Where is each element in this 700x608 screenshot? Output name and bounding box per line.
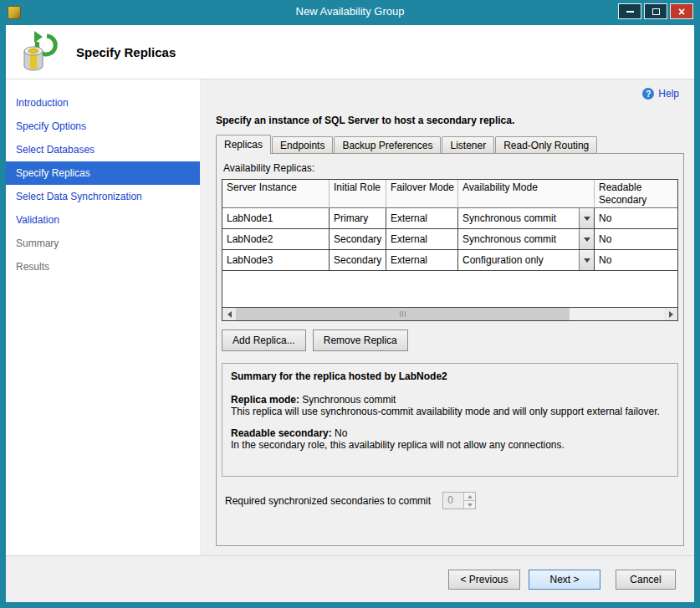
col-readable-secondary: Readable Secondary bbox=[595, 180, 678, 208]
table-row: LabNode2 Secondary External Synchronous … bbox=[222, 229, 678, 250]
instruction-text: Specify an instance of SQL Server to hos… bbox=[216, 115, 684, 126]
next-button[interactable]: Next > bbox=[529, 570, 600, 590]
help-link[interactable]: ? Help bbox=[642, 88, 679, 100]
scroll-track[interactable] bbox=[236, 308, 664, 320]
cell-readable-secondary: No bbox=[595, 208, 678, 229]
tab-replicas[interactable]: Replicas bbox=[216, 135, 271, 154]
sidebar-item-validation[interactable]: Validation bbox=[6, 208, 200, 232]
cell-initial-role: Secondary bbox=[330, 250, 386, 271]
minimize-icon bbox=[626, 11, 634, 13]
page-title: Specify Replicas bbox=[76, 45, 176, 59]
scroll-left-icon bbox=[227, 311, 232, 318]
sidebar-item-select-data-synchronization[interactable]: Select Data Synchronization bbox=[6, 185, 200, 208]
scroll-right-icon bbox=[669, 311, 673, 318]
col-initial-role: Initial Role bbox=[330, 180, 386, 208]
sidebar-item-summary: Summary bbox=[6, 232, 200, 255]
tab-backup-preferences[interactable]: Backup Preferences bbox=[334, 136, 441, 153]
cell-readable-secondary: No bbox=[595, 229, 678, 250]
replica-mode-line: Replica mode: Synchronous commit bbox=[231, 394, 669, 406]
scroll-left-button[interactable] bbox=[222, 308, 236, 320]
tabstrip: Replicas Endpoints Backup Preferences Li… bbox=[216, 136, 684, 153]
replicas-tab-panel: Availability Replicas: Server Instance I… bbox=[216, 153, 684, 546]
help-label: Help bbox=[658, 88, 679, 100]
horizontal-scrollbar[interactable] bbox=[222, 307, 677, 320]
close-button[interactable]: × bbox=[670, 3, 693, 19]
scroll-thumb[interactable] bbox=[236, 308, 570, 320]
chevron-down-icon bbox=[579, 208, 594, 228]
stepper-value: 0 bbox=[443, 493, 463, 508]
cell-failover-mode: External bbox=[386, 229, 458, 250]
grid-empty-area bbox=[222, 271, 678, 307]
availability-replicas-grid: Server Instance Initial Role Failover Mo… bbox=[222, 179, 678, 321]
wizard-header: Specify Replicas bbox=[6, 25, 694, 79]
readable-secondary-description: In the secondary role, this availability… bbox=[231, 439, 669, 451]
wizard-footer: < Previous Next > Cancel bbox=[6, 555, 694, 602]
cell-initial-role: Primary bbox=[330, 208, 386, 229]
cell-readable-secondary: No bbox=[595, 250, 678, 271]
cell-initial-role: Secondary bbox=[330, 229, 386, 250]
col-availability-mode: Availability Mode bbox=[458, 180, 595, 208]
table-row: LabNode1 Primary External Synchronous co… bbox=[222, 208, 678, 229]
chevron-down-icon bbox=[579, 229, 594, 249]
cell-server-instance: LabNode2 bbox=[222, 229, 330, 250]
chevron-down-icon bbox=[579, 250, 594, 270]
remove-replica-button[interactable]: Remove Replica bbox=[313, 330, 408, 351]
availability-mode-dropdown[interactable]: Configuration only bbox=[458, 250, 595, 271]
new-availability-group-window: New Availability Group × Specify Replica… bbox=[0, 0, 700, 608]
main-pane: ? Help Specify an instance of SQL Server… bbox=[201, 79, 694, 555]
sidebar-item-select-databases[interactable]: Select Databases bbox=[6, 138, 200, 161]
sidebar-item-results: Results bbox=[6, 255, 200, 278]
cell-failover-mode: External bbox=[386, 208, 458, 229]
cell-server-instance: LabNode1 bbox=[222, 208, 330, 229]
readable-secondary-line: Readable secondary: No bbox=[231, 427, 669, 439]
maximize-icon bbox=[652, 8, 660, 15]
summary-title: Summary for the replica hosted by LabNod… bbox=[231, 370, 669, 382]
close-icon: × bbox=[678, 6, 685, 18]
sidebar-item-specify-options[interactable]: Specify Options bbox=[6, 115, 200, 138]
window-title: New Availability Group bbox=[0, 0, 700, 25]
table-row: LabNode3 Secondary External Configuratio… bbox=[222, 250, 678, 271]
grid-header-row: Server Instance Initial Role Failover Mo… bbox=[222, 180, 678, 208]
availability-group-icon bbox=[19, 31, 59, 73]
wizard-steps-sidebar: Introduction Specify Options Select Data… bbox=[6, 79, 201, 555]
replica-mode-description: This replica will use synchronous-commit… bbox=[231, 406, 669, 417]
tab-read-only-routing[interactable]: Read-Only Routing bbox=[495, 136, 597, 153]
col-failover-mode: Failover Mode bbox=[386, 180, 458, 208]
availability-mode-dropdown[interactable]: Synchronous commit bbox=[458, 229, 595, 250]
stepper-up-icon bbox=[464, 493, 475, 501]
help-icon: ? bbox=[642, 88, 654, 100]
col-server-instance: Server Instance bbox=[222, 180, 330, 208]
previous-button[interactable]: < Previous bbox=[448, 570, 520, 590]
availability-mode-dropdown[interactable]: Synchronous commit bbox=[458, 208, 595, 229]
replica-summary-box: Summary for the replica hosted by LabNod… bbox=[222, 363, 678, 477]
cell-server-instance: LabNode3 bbox=[222, 250, 330, 271]
scroll-right-button[interactable] bbox=[664, 308, 677, 320]
availability-replicas-label: Availability Replicas: bbox=[223, 162, 678, 174]
maximize-button[interactable] bbox=[644, 3, 667, 19]
minimize-button[interactable] bbox=[618, 3, 641, 19]
tab-listener[interactable]: Listener bbox=[442, 136, 494, 153]
required-secondaries-stepper: 0 bbox=[442, 492, 476, 509]
cancel-button[interactable]: Cancel bbox=[616, 570, 676, 590]
stepper-down-icon bbox=[464, 501, 475, 508]
titlebar[interactable]: New Availability Group × bbox=[0, 0, 700, 25]
add-replica-button[interactable]: Add Replica... bbox=[222, 330, 306, 351]
sidebar-item-specify-replicas[interactable]: Specify Replicas bbox=[6, 161, 200, 185]
cell-failover-mode: External bbox=[386, 250, 458, 271]
tab-endpoints[interactable]: Endpoints bbox=[272, 136, 333, 153]
required-secondaries-label: Required synchronized secondaries to com… bbox=[225, 495, 431, 507]
sidebar-item-introduction[interactable]: Introduction bbox=[6, 91, 200, 115]
